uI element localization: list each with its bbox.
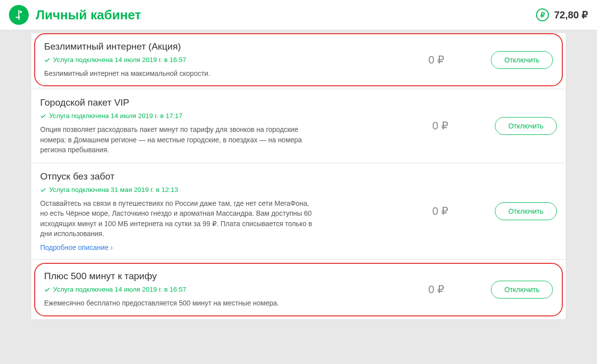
disconnect-button[interactable]: Отключить [491, 281, 553, 299]
logo-icon[interactable] [9, 5, 29, 25]
check-icon [44, 287, 50, 293]
service-desc: Безлимитный интернет на максимальной ско… [44, 68, 322, 78]
service-title: Плюс 500 минут к тарифу [44, 271, 399, 282]
service-price: 0 ₽ [413, 205, 468, 218]
chevron-right-icon: › [111, 243, 113, 251]
services-panel: Безлимитный интернет (Акция) Услуга подк… [31, 33, 566, 320]
header-right: ₽ 72,80 ₽ [536, 8, 588, 21]
service-price: 0 ₽ [413, 120, 468, 132]
service-card: Плюс 500 минут к тарифу Услуга подключен… [34, 263, 563, 316]
service-status-text: Услуга подключена 14 июля 2019 г. в 17:1… [49, 112, 182, 120]
service-card: Городской пакет VIP Услуга подключена 14… [31, 89, 566, 163]
service-status: Услуга подключена 31 мая 2019 г. в 12:13 [40, 186, 403, 193]
service-title: Городской пакет VIP [40, 97, 403, 108]
disconnect-button[interactable]: Отключить [491, 51, 553, 69]
page-title: Личный кабинет [36, 7, 141, 23]
svg-point-3 [20, 11, 22, 13]
service-title: Отпуск без забот [40, 171, 403, 182]
service-status-text: Услуга подключена 14 июля 2019 г. в 16:5… [53, 286, 186, 293]
service-status: Услуга подключена 14 июля 2019 г. в 16:5… [44, 56, 399, 63]
service-status: Услуга подключена 14 июля 2019 г. в 16:5… [44, 286, 399, 293]
content: Безлимитный интернет (Акция) Услуга подк… [31, 33, 566, 330]
check-icon [40, 187, 46, 193]
service-title: Безлимитный интернет (Акция) [44, 41, 399, 52]
service-card: Отпуск без забот Услуга подключена 31 ма… [31, 163, 566, 260]
header: Личный кабинет ₽ 72,80 ₽ [0, 0, 597, 30]
disconnect-button[interactable]: Отключить [495, 117, 557, 135]
service-desc: Оставайтесь на связи в путешествиях по Р… [40, 198, 318, 239]
service-status-text: Услуга подключена 14 июля 2019 г. в 16:5… [53, 56, 186, 63]
svg-point-0 [16, 17, 17, 18]
svg-point-2 [19, 17, 20, 18]
disconnect-button[interactable]: Отключить [495, 202, 557, 220]
svg-point-1 [17, 17, 19, 18]
ruble-icon: ₽ [536, 8, 549, 21]
check-icon [40, 113, 46, 119]
service-status: Услуга подключена 14 июля 2019 г. в 17:1… [40, 112, 403, 120]
check-icon [44, 57, 50, 63]
balance-amount: 72,80 ₽ [554, 9, 588, 21]
service-desc: Опция позволяет расходовать пакет минут … [40, 124, 318, 155]
header-left: Личный кабинет [9, 5, 141, 25]
service-card: Безлимитный интернет (Акция) Услуга подк… [34, 33, 563, 86]
details-link-text: Подробное описание [40, 243, 109, 251]
service-desc: Ежемесячно бесплатно предоставляется 500… [44, 298, 322, 308]
service-price: 0 ₽ [409, 283, 464, 296]
service-price: 0 ₽ [409, 54, 464, 66]
details-link[interactable]: Подробное описание › [40, 243, 113, 251]
service-status-text: Услуга подключена 31 мая 2019 г. в 12:13 [49, 186, 178, 193]
